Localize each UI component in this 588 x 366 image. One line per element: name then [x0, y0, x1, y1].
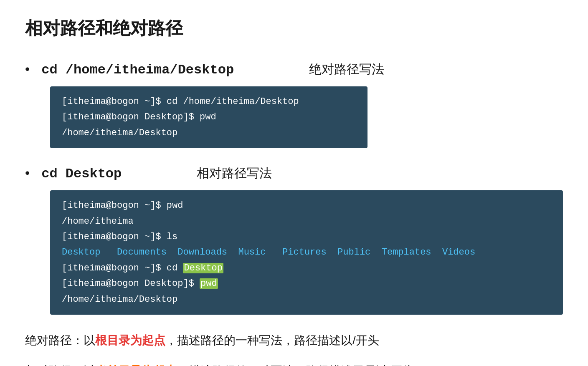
highlight-pwd: pwd: [200, 278, 218, 289]
absolute-path-label: 绝对路径写法: [309, 61, 384, 78]
explanation-relative-suffix: ，描述路径的一种写法，路径描述无需以/开头: [177, 364, 414, 366]
terminal-relative: [itheima@bogon ~]$ pwd /home/itheima [it…: [50, 190, 563, 315]
relative-path-command: cd Desktop: [41, 166, 122, 182]
bullet-content-2: cd Desktop 相对路径写法: [41, 165, 563, 182]
section-relative-path: • cd Desktop 相对路径写法 [itheima@bogon ~]$ p…: [25, 165, 563, 315]
explanation-absolute-prefix: 绝对路径：以: [25, 334, 95, 347]
highlight-desktop: Desktop: [183, 263, 223, 273]
explanation-absolute-highlight: 根目录为起点: [95, 334, 165, 347]
explanation-relative-prefix: 相对路径：以: [25, 364, 95, 366]
terminal-r-line-1: [itheima@bogon ~]$ pwd: [62, 198, 551, 213]
terminal-r-line-2: /home/itheima: [62, 214, 551, 229]
explanation-absolute-suffix: ，描述路径的一种写法，路径描述以/开头: [165, 334, 379, 347]
terminal-r-line-5: [itheima@bogon ~]$ cd Desktop: [62, 260, 551, 276]
terminal-r-line-4: Desktop Documents Downloads Music Pictur…: [62, 245, 551, 260]
terminal-r-line-7: /home/itheima/Desktop: [62, 292, 551, 307]
relative-path-label: 相对路径写法: [197, 165, 272, 182]
terminal-line-2: [itheima@bogon Desktop]$ pwd: [62, 109, 356, 125]
page-title: 相对路径和绝对路径: [25, 17, 563, 40]
bullet-row-2: • cd Desktop 相对路径写法: [25, 165, 563, 182]
terminal-line-3: /home/itheima/Desktop: [62, 125, 356, 141]
absolute-path-command: cd /home/itheima/Desktop: [41, 62, 234, 78]
terminal-r-line-3: [itheima@bogon ~]$ ls: [62, 229, 551, 245]
explanation-relative-highlight: 当前目录为起点: [95, 364, 177, 366]
section-absolute-path: • cd /home/itheima/Desktop 绝对路径写法 [ithei…: [25, 61, 563, 148]
explanation-section: 绝对路径：以根目录为起点，描述路径的一种写法，路径描述以/开头 相对路径：以当前…: [25, 331, 563, 366]
terminal-line-1: [itheima@bogon ~]$ cd /home/itheima/Desk…: [62, 94, 356, 109]
bullet-dot-2: •: [25, 166, 30, 179]
terminal-r-line-6: [itheima@bogon Desktop]$ pwd: [62, 276, 551, 291]
explanation-relative: 相对路径：以当前目录为起点，描述路径的一种写法，路径描述无需以/开头: [25, 362, 563, 366]
explanation-absolute: 绝对路径：以根目录为起点，描述路径的一种写法，路径描述以/开头: [25, 331, 563, 350]
bullet-dot-1: •: [25, 62, 30, 76]
terminal-absolute: [itheima@bogon ~]$ cd /home/itheima/Desk…: [50, 86, 368, 148]
bullet-content-1: cd /home/itheima/Desktop 绝对路径写法: [41, 61, 563, 78]
bullet-row-1: • cd /home/itheima/Desktop 绝对路径写法: [25, 61, 563, 78]
